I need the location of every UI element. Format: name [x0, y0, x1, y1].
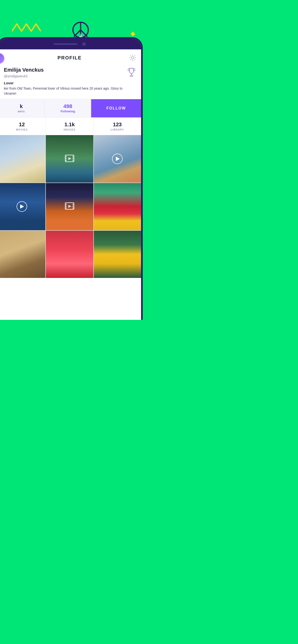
- movies-label: MOVIES: [16, 128, 28, 131]
- grid-cell-8[interactable]: [46, 231, 93, 278]
- user-details: Emilija Venckus @emilijaven43 Lover ker …: [4, 67, 124, 96]
- svg-point-10: [131, 56, 134, 59]
- movies-number: 12: [19, 122, 25, 128]
- gear-icon[interactable]: [129, 54, 136, 62]
- page-title: PROFILE: [58, 55, 82, 60]
- play-triangle-icon-4: [20, 204, 24, 209]
- svg-marker-20: [68, 157, 71, 160]
- grid-cell-1[interactable]: [0, 135, 45, 182]
- profile-header: PROFILE: [0, 49, 141, 63]
- svg-rect-27: [72, 208, 74, 209]
- grid-cell-7[interactable]: [0, 231, 45, 278]
- grid-cell-9[interactable]: [94, 231, 141, 278]
- user-handle: @emilijaven43: [4, 74, 124, 78]
- phone-mockup: PROFILE Emilija Venckus @emilijaven43 Lo…: [0, 37, 143, 320]
- followers-number: k: [20, 104, 23, 109]
- play-triangle-icon: [116, 157, 120, 161]
- media-stats-row: 12 MOVIES 1.1k IMAGES 123 LIBRARY: [0, 118, 141, 135]
- stats-follow-row: k wers 498 Following FOLLOW: [0, 99, 141, 118]
- film-frame-icon: [64, 153, 75, 164]
- image-grid: [0, 135, 141, 278]
- svg-rect-16: [72, 156, 74, 157]
- bio-text: ker from Old Town, Perennial lover of Vi…: [4, 86, 124, 96]
- film-frame-icon-5: [64, 201, 75, 212]
- svg-rect-23: [65, 206, 67, 207]
- play-button-overlay-4: [17, 201, 27, 212]
- user-info-section: Emilija Venckus @emilijaven43 Lover ker …: [0, 63, 141, 99]
- images-number: 1.1k: [65, 122, 75, 128]
- phone-notch: [0, 39, 141, 49]
- svg-rect-14: [65, 156, 67, 157]
- phone-pill: [54, 43, 77, 45]
- svg-marker-28: [68, 205, 71, 208]
- svg-rect-9: [80, 34, 82, 36]
- trophy-icon: [128, 68, 135, 78]
- movies-stat: 12 MOVIES: [0, 118, 46, 135]
- grid-cell-4[interactable]: [0, 183, 45, 230]
- grid-cell-5[interactable]: [46, 183, 93, 230]
- svg-line-2: [74, 30, 81, 37]
- svg-rect-22: [65, 204, 67, 205]
- following-label: Following: [60, 110, 75, 113]
- follow-button[interactable]: FOLLOW: [91, 99, 141, 118]
- zigzag-decoration: [12, 22, 41, 37]
- svg-rect-12: [130, 76, 133, 76]
- library-label: LIBRARY: [111, 128, 124, 131]
- svg-rect-26: [65, 208, 67, 209]
- svg-line-3: [81, 30, 87, 37]
- library-stat: 123 LIBRARY: [94, 118, 141, 135]
- images-label: IMAGES: [64, 128, 75, 131]
- library-number: 123: [113, 122, 122, 128]
- phone-camera: [82, 42, 86, 46]
- bio-title: Lover: [4, 81, 124, 85]
- svg-rect-17: [72, 158, 74, 159]
- svg-rect-24: [72, 204, 74, 205]
- svg-rect-19: [72, 160, 74, 161]
- svg-rect-18: [65, 160, 67, 161]
- images-stat: 1.1k IMAGES: [46, 118, 94, 135]
- grid-cell-6[interactable]: [94, 183, 141, 230]
- user-name: Emilija Venckus: [4, 67, 124, 73]
- follow-button-label: FOLLOW: [106, 106, 126, 110]
- grid-cell-2[interactable]: [46, 135, 93, 182]
- following-stat: 498 Following: [45, 99, 91, 118]
- grid-cell-3[interactable]: [94, 135, 141, 182]
- svg-rect-25: [72, 206, 74, 207]
- followers-stat: k wers: [0, 99, 45, 118]
- svg-rect-15: [65, 158, 67, 159]
- play-button-overlay: [112, 154, 123, 164]
- followers-label: wers: [18, 110, 25, 113]
- following-number: 498: [63, 104, 72, 109]
